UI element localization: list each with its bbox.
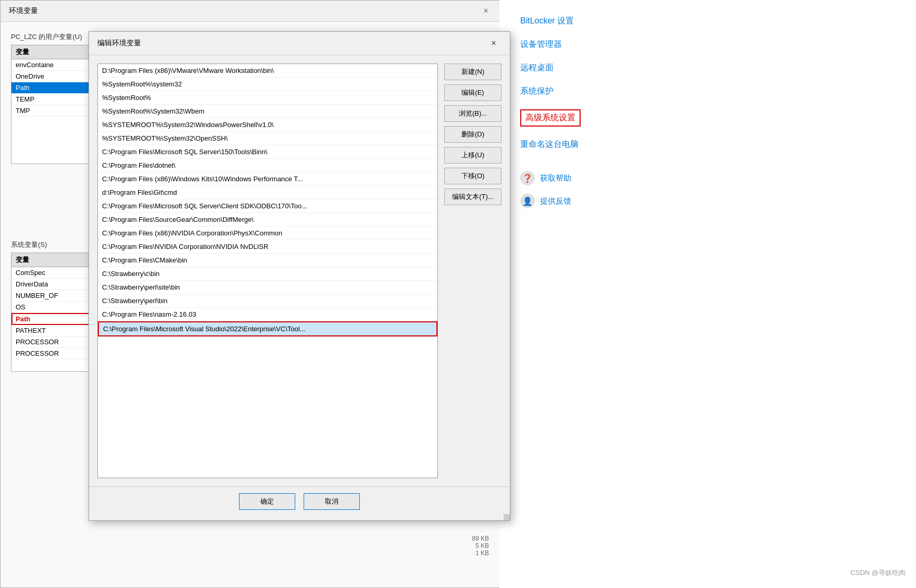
dialog-action-buttons: 新建(N) 编辑(E) 浏览(B)... 删除(D) 上移(U) 下移(O) 编… [444, 64, 501, 478]
path-entry[interactable]: %SystemRoot%\System32\Wbem [98, 105, 437, 118]
kb-line-1: 89 KB [472, 535, 489, 542]
help-icon: ❓ [520, 171, 535, 185]
path-entry[interactable]: C:\Strawberry\perl\site\bin [98, 281, 437, 294]
dialog-body: D:\Program Files (x86)\VMware\VMware Wor… [89, 55, 510, 486]
link-bitlocker[interactable]: BitLocker 设置 [520, 16, 895, 27]
new-button[interactable]: 新建(N) [444, 64, 501, 80]
path-entry[interactable]: C:\Program Files\dotnet\ [98, 159, 437, 172]
path-entry[interactable]: %SystemRoot%\system32 [98, 78, 437, 91]
env-window-close[interactable]: × [481, 6, 491, 16]
resize-handle[interactable] [504, 514, 510, 520]
link-system-protection[interactable]: 系统保护 [520, 86, 895, 97]
csdn-badge: CSDN @寻妖吃肉 [850, 568, 906, 578]
dialog-close-button[interactable]: × [486, 37, 501, 49]
path-entry[interactable]: d:\Program Files\Git\cmd [98, 186, 437, 199]
ok-button[interactable]: 确定 [239, 493, 295, 510]
move-up-button[interactable]: 上移(U) [444, 147, 501, 164]
feedback-icon: 👤 [520, 194, 535, 208]
path-entry[interactable]: %SystemRoot% [98, 91, 437, 105]
path-entry[interactable]: C:\Program Files (x86)\Windows Kits\10\W… [98, 172, 437, 186]
link-remote-desktop[interactable]: 远程桌面 [520, 62, 895, 73]
link-rename-pc[interactable]: 重命名这台电脑 [520, 139, 895, 150]
path-entry[interactable]: C:\Program Files\Microsoft SQL Server\15… [98, 145, 437, 159]
path-entry-selected[interactable]: C:\Program Files\Microsoft Visual Studio… [98, 321, 437, 336]
path-entry[interactable]: C:\Strawberry\c\bin [98, 267, 437, 281]
get-help-item[interactable]: ❓ 获取帮助 [520, 171, 895, 185]
dialog-titlebar: 编辑环境变量 × [89, 32, 510, 55]
kb-info: 89 KB 5 KB 1 KB [472, 535, 489, 557]
links-section: BitLocker 设置 设备管理器 远程桌面 系统保护 高级系统设置 重命名这… [520, 16, 895, 150]
path-list[interactable]: D:\Program Files (x86)\VMware\VMware Wor… [97, 64, 438, 478]
kb-line-2: 5 KB [472, 542, 489, 549]
env-window-title: 环境变量 [9, 6, 38, 16]
dialog-footer: 确定 取消 [89, 486, 510, 516]
path-entry[interactable]: %SYSTEMROOT%\System32\WindowsPowerShell\… [98, 118, 437, 132]
feedback-label: 提供反馈 [540, 196, 571, 206]
path-entry[interactable]: C:\Program Files\CMake\bin [98, 254, 437, 267]
edit-text-button[interactable]: 编辑文本(T)... [444, 189, 501, 205]
right-panel: BitLocker 设置 设备管理器 远程桌面 系统保护 高级系统设置 重命名这… [499, 0, 916, 588]
user-header-name: 变量 [16, 47, 99, 57]
browse-button[interactable]: 浏览(B)... [444, 105, 501, 122]
path-entry[interactable]: C:\Program Files\Microsoft SQL Server\Cl… [98, 199, 437, 213]
move-down-button[interactable]: 下移(O) [444, 168, 501, 184]
link-advanced-settings[interactable]: 高级系统设置 [520, 109, 581, 127]
link-device-manager[interactable]: 设备管理器 [520, 39, 895, 50]
path-entry[interactable]: D:\Program Files (x86)\VMware\VMware Wor… [98, 64, 437, 78]
feedback-item[interactable]: 👤 提供反馈 [520, 194, 895, 208]
path-entry[interactable]: C:\Program Files\SourceGear\Common\DiffM… [98, 213, 437, 227]
help-section: ❓ 获取帮助 👤 提供反馈 [520, 171, 895, 208]
env-window-titlebar: 环境变量 × [1, 1, 499, 22]
path-entry[interactable]: C:\Strawberry\perl\bin [98, 294, 437, 308]
path-entry[interactable]: C:\Program Files (x86)\NVIDIA Corporatio… [98, 227, 437, 240]
cancel-button[interactable]: 取消 [304, 493, 360, 510]
sys-header-name: 变量 [16, 255, 99, 265]
path-entry[interactable]: C:\Program Files\NVIDIA Corporation\NVID… [98, 240, 437, 254]
dialog-title: 编辑环境变量 [97, 39, 141, 48]
edit-env-dialog: 编辑环境变量 × D:\Program Files (x86)\VMware\V… [89, 31, 510, 521]
get-help-label: 获取帮助 [540, 173, 571, 183]
delete-button[interactable]: 删除(D) [444, 126, 501, 143]
edit-button[interactable]: 编辑(E) [444, 84, 501, 101]
kb-line-3: 1 KB [472, 549, 489, 557]
path-entry[interactable]: %SYSTEMROOT%\System32\OpenSSH\ [98, 132, 437, 145]
path-entry[interactable]: C:\Program Files\nasm-2.16.03 [98, 308, 437, 321]
